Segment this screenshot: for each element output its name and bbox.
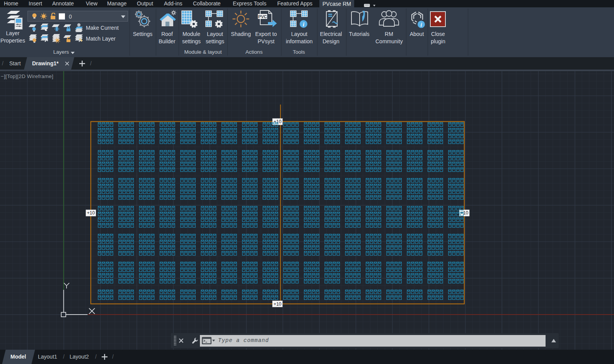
svg-text:PVC: PVC [258, 14, 267, 19]
svg-text:+10: +10 [87, 210, 95, 216]
svg-text:i: i [421, 22, 422, 28]
svg-text:+10: +10 [273, 301, 281, 307]
svg-text:0: 0 [69, 14, 72, 20]
